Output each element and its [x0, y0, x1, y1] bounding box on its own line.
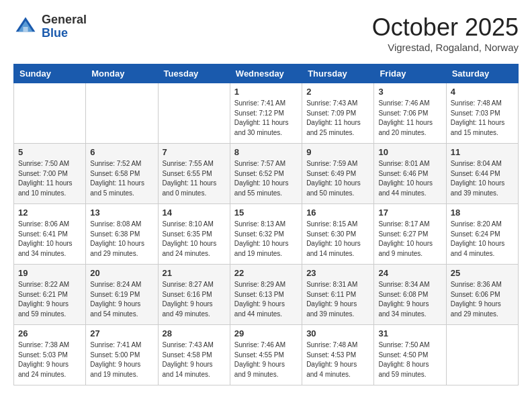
day-cell-15: 15Sunrise: 8:13 AM Sunset: 6:32 PM Dayli… — [230, 204, 302, 265]
day-number: 19 — [18, 268, 81, 278]
day-cell-31: 31Sunrise: 7:50 AM Sunset: 4:50 PM Dayli… — [374, 325, 446, 385]
day-number: 10 — [378, 147, 441, 157]
day-info: Sunrise: 8:22 AM Sunset: 6:21 PM Dayligh… — [18, 280, 81, 319]
weekday-header-friday: Friday — [374, 64, 446, 83]
day-cell-21: 21Sunrise: 8:27 AM Sunset: 6:16 PM Dayli… — [158, 265, 230, 325]
day-cell-1: 1Sunrise: 7:41 AM Sunset: 7:12 PM Daylig… — [230, 83, 302, 144]
day-number: 2 — [306, 87, 369, 97]
day-number: 27 — [90, 328, 153, 338]
day-info: Sunrise: 7:46 AM Sunset: 7:06 PM Dayligh… — [378, 99, 441, 138]
day-number: 20 — [90, 268, 153, 278]
empty-cell — [14, 83, 86, 144]
day-number: 16 — [306, 208, 369, 218]
week-row-3: 12Sunrise: 8:06 AM Sunset: 6:41 PM Dayli… — [14, 204, 519, 265]
day-info: Sunrise: 7:41 AM Sunset: 5:00 PM Dayligh… — [90, 340, 153, 379]
day-info: Sunrise: 8:27 AM Sunset: 6:16 PM Dayligh… — [163, 280, 226, 319]
day-number: 14 — [163, 208, 226, 218]
day-number: 18 — [451, 208, 514, 218]
day-cell-4: 4Sunrise: 7:48 AM Sunset: 7:03 PM Daylig… — [446, 83, 518, 144]
day-number: 5 — [18, 147, 81, 157]
day-cell-28: 28Sunrise: 7:43 AM Sunset: 4:58 PM Dayli… — [158, 325, 230, 385]
day-cell-24: 24Sunrise: 8:34 AM Sunset: 6:08 PM Dayli… — [374, 265, 446, 325]
day-number: 22 — [234, 268, 298, 278]
day-cell-14: 14Sunrise: 8:10 AM Sunset: 6:35 PM Dayli… — [158, 204, 230, 265]
day-info: Sunrise: 8:06 AM Sunset: 6:41 PM Dayligh… — [18, 220, 81, 259]
day-cell-2: 2Sunrise: 7:43 AM Sunset: 7:09 PM Daylig… — [302, 83, 374, 144]
weekday-header-sunday: Sunday — [14, 64, 86, 83]
day-info: Sunrise: 7:41 AM Sunset: 7:12 PM Dayligh… — [234, 99, 298, 138]
day-number: 29 — [234, 328, 298, 338]
day-cell-6: 6Sunrise: 7:52 AM Sunset: 6:58 PM Daylig… — [86, 144, 158, 204]
day-cell-27: 27Sunrise: 7:41 AM Sunset: 5:00 PM Dayli… — [86, 325, 158, 385]
day-info: Sunrise: 7:52 AM Sunset: 6:58 PM Dayligh… — [90, 159, 153, 198]
page-header: General Blue October 2025 Vigrestad, Rog… — [13, 13, 519, 53]
day-cell-16: 16Sunrise: 8:15 AM Sunset: 6:30 PM Dayli… — [302, 204, 374, 265]
empty-cell — [86, 83, 158, 144]
day-number: 15 — [234, 208, 298, 218]
day-number: 1 — [234, 87, 298, 97]
day-number: 3 — [378, 87, 441, 97]
day-number: 9 — [306, 147, 369, 157]
day-info: Sunrise: 8:17 AM Sunset: 6:27 PM Dayligh… — [378, 220, 441, 259]
day-info: Sunrise: 7:43 AM Sunset: 4:58 PM Dayligh… — [163, 340, 226, 379]
day-cell-30: 30Sunrise: 7:48 AM Sunset: 4:53 PM Dayli… — [302, 325, 374, 385]
day-cell-12: 12Sunrise: 8:06 AM Sunset: 6:41 PM Dayli… — [14, 204, 86, 265]
empty-cell — [158, 83, 230, 144]
day-info: Sunrise: 7:48 AM Sunset: 7:03 PM Dayligh… — [451, 99, 514, 138]
day-info: Sunrise: 8:01 AM Sunset: 6:46 PM Dayligh… — [378, 159, 441, 198]
day-cell-19: 19Sunrise: 8:22 AM Sunset: 6:21 PM Dayli… — [14, 265, 86, 325]
day-cell-26: 26Sunrise: 7:38 AM Sunset: 5:03 PM Dayli… — [14, 325, 86, 385]
day-cell-23: 23Sunrise: 8:31 AM Sunset: 6:11 PM Dayli… — [302, 265, 374, 325]
day-cell-20: 20Sunrise: 8:24 AM Sunset: 6:19 PM Dayli… — [86, 265, 158, 325]
day-cell-5: 5Sunrise: 7:50 AM Sunset: 7:00 PM Daylig… — [14, 144, 86, 204]
day-cell-18: 18Sunrise: 8:20 AM Sunset: 6:24 PM Dayli… — [446, 204, 518, 265]
weekday-header-monday: Monday — [86, 64, 158, 83]
day-number: 30 — [306, 328, 369, 338]
day-info: Sunrise: 8:20 AM Sunset: 6:24 PM Dayligh… — [451, 220, 514, 259]
svg-rect-2 — [23, 27, 28, 32]
weekday-header-saturday: Saturday — [446, 64, 518, 83]
day-number: 28 — [163, 328, 226, 338]
week-row-5: 26Sunrise: 7:38 AM Sunset: 5:03 PM Dayli… — [14, 325, 519, 385]
week-row-1: 1Sunrise: 7:41 AM Sunset: 7:12 PM Daylig… — [14, 83, 519, 144]
day-info: Sunrise: 8:36 AM Sunset: 6:06 PM Dayligh… — [451, 280, 514, 319]
day-info: Sunrise: 7:43 AM Sunset: 7:09 PM Dayligh… — [306, 99, 369, 138]
location: Vigrestad, Rogaland, Norway — [372, 42, 519, 53]
day-number: 13 — [90, 208, 153, 218]
day-info: Sunrise: 7:50 AM Sunset: 4:50 PM Dayligh… — [378, 340, 441, 379]
day-cell-22: 22Sunrise: 8:29 AM Sunset: 6:13 PM Dayli… — [230, 265, 302, 325]
day-number: 24 — [378, 268, 441, 278]
day-cell-17: 17Sunrise: 8:17 AM Sunset: 6:27 PM Dayli… — [374, 204, 446, 265]
day-number: 31 — [378, 328, 441, 338]
day-info: Sunrise: 8:08 AM Sunset: 6:38 PM Dayligh… — [90, 220, 153, 259]
logo-blue-text: Blue — [42, 26, 68, 40]
day-info: Sunrise: 7:55 AM Sunset: 6:55 PM Dayligh… — [163, 159, 226, 198]
day-info: Sunrise: 7:48 AM Sunset: 4:53 PM Dayligh… — [306, 340, 369, 379]
day-number: 17 — [378, 208, 441, 218]
day-cell-7: 7Sunrise: 7:55 AM Sunset: 6:55 PM Daylig… — [158, 144, 230, 204]
empty-cell — [446, 325, 518, 385]
day-info: Sunrise: 8:15 AM Sunset: 6:30 PM Dayligh… — [306, 220, 369, 259]
day-info: Sunrise: 8:34 AM Sunset: 6:08 PM Dayligh… — [378, 280, 441, 319]
week-row-4: 19Sunrise: 8:22 AM Sunset: 6:21 PM Dayli… — [14, 265, 519, 325]
calendar: SundayMondayTuesdayWednesdayThursdayFrid… — [13, 64, 519, 385]
day-cell-25: 25Sunrise: 8:36 AM Sunset: 6:06 PM Dayli… — [446, 265, 518, 325]
day-number: 25 — [451, 268, 514, 278]
day-info: Sunrise: 7:38 AM Sunset: 5:03 PM Dayligh… — [18, 340, 81, 379]
month-title: October 2025 — [372, 13, 519, 42]
day-cell-10: 10Sunrise: 8:01 AM Sunset: 6:46 PM Dayli… — [374, 144, 446, 204]
title-block: October 2025 Vigrestad, Rogaland, Norway — [372, 13, 519, 53]
day-number: 26 — [18, 328, 81, 338]
day-info: Sunrise: 8:13 AM Sunset: 6:32 PM Dayligh… — [234, 220, 298, 259]
day-cell-11: 11Sunrise: 8:04 AM Sunset: 6:44 PM Dayli… — [446, 144, 518, 204]
day-cell-29: 29Sunrise: 7:46 AM Sunset: 4:55 PM Dayli… — [230, 325, 302, 385]
day-cell-13: 13Sunrise: 8:08 AM Sunset: 6:38 PM Dayli… — [86, 204, 158, 265]
week-row-2: 5Sunrise: 7:50 AM Sunset: 7:00 PM Daylig… — [14, 144, 519, 204]
weekday-header-row: SundayMondayTuesdayWednesdayThursdayFrid… — [14, 64, 519, 83]
day-info: Sunrise: 8:29 AM Sunset: 6:13 PM Dayligh… — [234, 280, 298, 319]
weekday-header-thursday: Thursday — [302, 64, 374, 83]
day-info: Sunrise: 7:59 AM Sunset: 6:49 PM Dayligh… — [306, 159, 369, 198]
day-cell-9: 9Sunrise: 7:59 AM Sunset: 6:49 PM Daylig… — [302, 144, 374, 204]
day-info: Sunrise: 7:50 AM Sunset: 7:00 PM Dayligh… — [18, 159, 81, 198]
day-number: 7 — [163, 147, 226, 157]
